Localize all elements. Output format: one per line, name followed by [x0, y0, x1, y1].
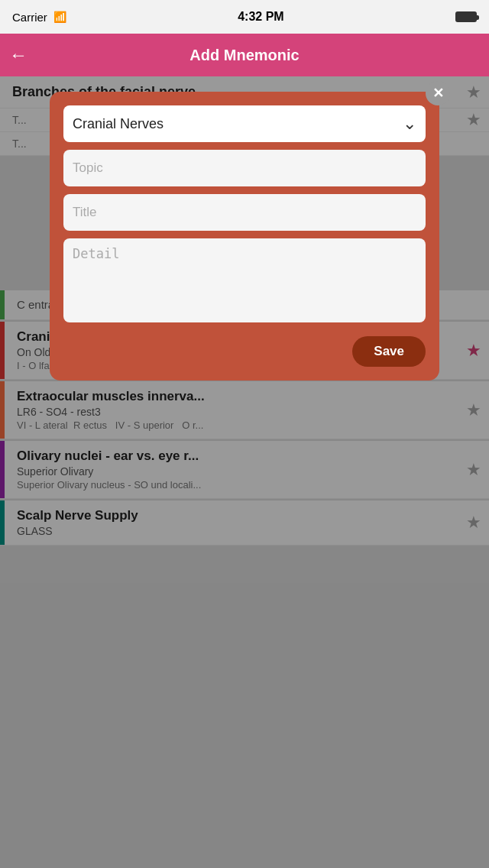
status-bar-time: 4:32 PM	[238, 10, 283, 24]
header: ← Add Mnemonic	[0, 34, 489, 76]
status-bar-right	[455, 11, 477, 22]
back-button[interactable]: ←	[9, 44, 28, 66]
page-title: Add Mnemonic	[189, 47, 299, 64]
status-bar: Carrier 📶 4:32 PM	[0, 0, 489, 34]
title-input[interactable]	[63, 194, 426, 231]
main-content: Branches of the facial nerve ★ T... ★ T.…	[0, 76, 489, 868]
status-bar-left: Carrier 📶	[12, 11, 66, 24]
carrier-label: Carrier	[12, 11, 47, 24]
category-select-wrapper: Cranial Nerves Neurology Anatomy ⌄	[63, 105, 426, 142]
category-select[interactable]: Cranial Nerves Neurology Anatomy	[63, 105, 426, 142]
modal-overlay: ✕ Cranial Nerves Neurology Anatomy ⌄ Sav…	[0, 76, 489, 868]
detail-textarea[interactable]	[63, 238, 426, 322]
wifi-icon: 📶	[53, 11, 66, 23]
topic-input[interactable]	[63, 150, 426, 186]
add-mnemonic-modal: ✕ Cranial Nerves Neurology Anatomy ⌄ Sav…	[50, 92, 439, 381]
battery-icon	[455, 11, 477, 22]
modal-close-button[interactable]: ✕	[426, 81, 450, 105]
save-button[interactable]: Save	[352, 336, 426, 367]
